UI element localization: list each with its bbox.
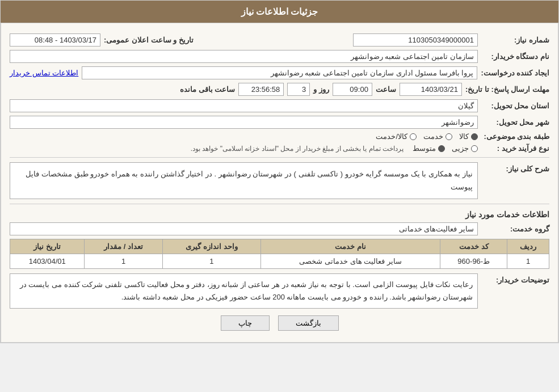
service-group-value: سایر فعالیت‌های خدماتی: [10, 222, 478, 235]
print-button[interactable]: چاپ: [221, 315, 270, 331]
category-option-khedmat[interactable]: خدمت: [423, 132, 452, 141]
city-value: رضوانشهر: [10, 116, 478, 129]
announcement-datetime-label: تاریخ و ساعت اعلان عمومی:: [104, 36, 194, 44]
province-label: استان محل تحویل:: [481, 102, 549, 110]
buyer-notes-value: رعایت نکات فایل پیوست الزامی است. با توج…: [10, 273, 478, 309]
response-time-label: ساعت: [376, 85, 396, 94]
cell-service-name: سایر فعالیت های خدماتی شخصی: [261, 254, 440, 268]
service-group-label: گروه خدمت:: [481, 225, 549, 233]
response-deadline-label: مهلت ارسال پاسخ: تا تاریخ:: [465, 85, 549, 94]
back-button[interactable]: بازگشت: [278, 315, 339, 331]
col-service-code: کد خدمت: [440, 239, 507, 254]
response-hours: 23:56:58: [238, 83, 284, 96]
col-service-name: نام خدمت: [261, 239, 440, 254]
radio-kala-khedmat-icon: [410, 133, 417, 140]
col-unit: واحد اندازه گیری: [162, 239, 260, 254]
general-desc-label: شرح کلی نیاز:: [481, 162, 549, 173]
purchase-type-motavasset-label: متوسط: [413, 144, 436, 153]
response-days-label: روز و: [313, 85, 329, 94]
page-title: جزئیات اطلاعات نیاز: [1, 1, 558, 23]
services-section-title: اطلاعات خدمات مورد نیاز: [10, 210, 549, 219]
services-table: ردیف کد خدمت نام خدمت واحد اندازه گیری ت…: [10, 239, 549, 269]
cell-unit: 1: [162, 254, 260, 268]
col-date: تاریخ نیاز: [10, 239, 85, 254]
cell-quantity: 1: [85, 254, 162, 268]
col-quantity: تعداد / مقدار: [85, 239, 162, 254]
category-kala-label: کالا: [459, 132, 469, 141]
response-days: 3: [287, 83, 310, 96]
general-desc-value: نیاز به همکاری با یک موسسه گرایه خودرو (…: [10, 162, 478, 199]
creator-label: ایجاد کننده درخواست:: [481, 69, 549, 77]
radio-jozei-icon: [471, 145, 478, 152]
buyer-notes-label: توضیحات خریدار:: [481, 273, 549, 284]
category-option-kala-khedmat[interactable]: کالا/خدمت: [376, 132, 417, 141]
purchase-type-motavasset[interactable]: متوسط: [413, 144, 445, 153]
purchase-type-label: نوع فرآیند خرید :: [481, 144, 549, 153]
bottom-buttons: بازگشت چاپ: [10, 315, 549, 331]
buyer-org-label: نام دستگاه خریدار:: [481, 52, 549, 61]
need-number-value: 1103050349000001: [353, 33, 478, 47]
category-kala-khedmat-label: کالا/خدمت: [376, 132, 407, 141]
radio-motavasset-icon: [438, 145, 445, 152]
radio-kala-icon: [471, 133, 478, 140]
purchase-type-note: پرداخت تمام یا بخشی از مبلغ خریدار از مح…: [191, 145, 404, 153]
need-number-label: شماره نیاز:: [481, 36, 549, 44]
purchase-type-radio-group: جزیی متوسط: [413, 144, 478, 153]
cell-service-code: ط-96-960: [440, 254, 507, 268]
cell-date: 1403/04/01: [10, 254, 85, 268]
category-khedmat-label: خدمت: [423, 132, 443, 141]
response-date: 1403/03/21: [400, 83, 462, 96]
response-time: 09:00: [333, 83, 372, 96]
radio-khedmat-icon: [445, 133, 452, 140]
contact-link[interactable]: اطلاعات تماس خریدار: [10, 69, 78, 77]
category-option-kala[interactable]: کالا: [459, 132, 478, 141]
response-hours-label: ساعت باقی مانده: [180, 85, 235, 94]
purchase-type-jozei[interactable]: جزیی: [452, 144, 478, 153]
purchase-type-jozei-label: جزیی: [452, 144, 469, 153]
category-label: طبقه بندی موضوعی:: [481, 132, 549, 141]
col-row: ردیف: [507, 239, 549, 254]
province-value: گیلان: [10, 99, 478, 112]
table-row: 1 ط-96-960 سایر فعالیت های خدماتی شخصی 1…: [10, 254, 549, 268]
announcement-datetime-value: 1403/03/17 - 08:48: [10, 33, 100, 47]
creator-value: پروا بافرسا مسئول اداری سازمان تامین اجت…: [82, 66, 477, 79]
city-label: شهر محل تحویل:: [481, 118, 549, 127]
buyer-org-value: سازمان تامین اجتماعی شعبه رضوانشهر: [10, 50, 478, 63]
cell-row: 1: [507, 254, 549, 268]
category-radio-group: کالا خدمت کالا/خدمت: [376, 132, 478, 141]
